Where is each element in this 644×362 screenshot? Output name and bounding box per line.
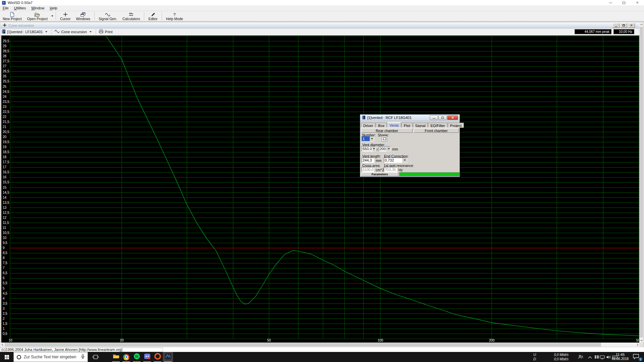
editor-button[interactable]: Editor bbox=[146, 11, 160, 21]
plot-close-button[interactable]: × bbox=[628, 23, 635, 28]
taskbar-app-origin[interactable] bbox=[152, 352, 163, 362]
signal-gen-button[interactable]: Signal Gen. bbox=[96, 11, 120, 21]
svg-text:15: 15 bbox=[3, 186, 7, 189]
chevron-down-icon[interactable] bbox=[402, 158, 407, 163]
task-view-button[interactable] bbox=[90, 352, 101, 362]
clock-date: 01.06.2018 bbox=[610, 357, 630, 361]
print-button[interactable]: Print bbox=[97, 29, 114, 35]
plot-toolbar: [1]vented : LF18G401 Cone excursion Prin… bbox=[0, 28, 640, 36]
app-restore-button[interactable] bbox=[617, 0, 631, 5]
svg-text:7: 7 bbox=[3, 266, 5, 270]
toolbar-separator bbox=[162, 12, 162, 20]
chevron-down-icon[interactable] bbox=[88, 29, 93, 35]
app-minimize-button[interactable] bbox=[604, 0, 617, 5]
print-label: Print bbox=[105, 30, 113, 34]
open-project-dropdown[interactable] bbox=[50, 11, 54, 21]
taskbar-search-input[interactable]: Zur Suche Text hier eingeben bbox=[13, 352, 88, 362]
vent-diameter-combo-2[interactable]: 200 bbox=[379, 146, 391, 152]
taskbar-app-chrome[interactable] bbox=[121, 352, 131, 362]
svg-text:18: 18 bbox=[3, 155, 7, 159]
dropbox-icon[interactable] bbox=[594, 355, 599, 361]
windows-button[interactable]: Windows bbox=[73, 11, 93, 21]
plot-canvas[interactable]: 0,511,522,533,544,555,566,577,588,599,51… bbox=[1, 36, 640, 343]
svg-text:20: 20 bbox=[3, 135, 7, 139]
new-project-button[interactable]: New Project bbox=[0, 11, 24, 21]
svg-text:3,5: 3,5 bbox=[3, 302, 7, 305]
scroll-left-button[interactable] bbox=[0, 343, 5, 347]
dialog-tab-eq-filter[interactable]: EQ/Filter bbox=[428, 123, 447, 128]
vscroll-thumb[interactable] bbox=[640, 27, 643, 338]
taskbar-app-discord[interactable] bbox=[142, 352, 152, 362]
svg-text:21: 21 bbox=[3, 125, 7, 129]
vertical-scrollbar[interactable] bbox=[639, 22, 643, 343]
scroll-down-button[interactable] bbox=[639, 338, 643, 343]
svg-text:8,5: 8,5 bbox=[3, 251, 7, 255]
help-mode-button[interactable]: ?Help Mode bbox=[163, 11, 186, 21]
taskbar-app-spotify[interactable] bbox=[131, 352, 142, 362]
taskbar-app-winisd[interactable] bbox=[163, 352, 173, 362]
chevron-down-icon[interactable] bbox=[370, 136, 374, 141]
dialog-close-button[interactable]: ✕ bbox=[447, 115, 458, 120]
vent-number-combo[interactable]: 1 bbox=[362, 136, 374, 141]
taskbar: Zur Suche Text hier eingeben U:0,0 Mbit/… bbox=[0, 352, 644, 362]
project-selector-value: [1]vented : LF18G401 bbox=[7, 30, 43, 34]
dialog-titlebar[interactable]: [1]vented : RCF LF18G401 ✕ bbox=[360, 115, 460, 121]
parameters-button[interactable]: Parameters bbox=[361, 172, 398, 176]
svg-text:8: 8 bbox=[3, 256, 5, 260]
clock-time: 11:45 bbox=[610, 353, 630, 357]
rear-chamber-button[interactable]: Rear chamber bbox=[361, 128, 413, 133]
cursor-button[interactable]: Cursor bbox=[57, 11, 73, 21]
svg-text:9: 9 bbox=[3, 246, 5, 250]
hscroll-thumb[interactable] bbox=[5, 343, 601, 347]
dialog-tab-project[interactable]: Project bbox=[448, 123, 464, 128]
svg-text:16: 16 bbox=[3, 175, 7, 179]
front-chamber-button[interactable]: Front chamber bbox=[414, 128, 459, 133]
peak-value-readout: 44,067 mm peak bbox=[575, 29, 611, 34]
menu-file[interactable]: File bbox=[0, 5, 11, 11]
plot-minimize-button[interactable] bbox=[612, 23, 620, 28]
dialog-minimize-button[interactable] bbox=[430, 115, 438, 120]
vent-number-value: 1 bbox=[362, 136, 370, 141]
scroll-up-button[interactable] bbox=[639, 22, 643, 27]
dialog-tab-plot[interactable]: Plot bbox=[401, 123, 413, 128]
chevron-down-icon[interactable] bbox=[386, 146, 390, 151]
svg-text:28: 28 bbox=[3, 54, 7, 58]
horizontal-scrollbar[interactable] bbox=[0, 343, 640, 347]
menu-help[interactable]: Help bbox=[47, 5, 60, 11]
menubar: FileUtilitiesWindowHelp bbox=[0, 5, 644, 11]
plot-restore-button[interactable] bbox=[620, 23, 627, 28]
svg-text:?: ? bbox=[173, 12, 176, 17]
app-close-button[interactable]: × bbox=[631, 0, 644, 5]
dialog-tab-vents[interactable]: Vents bbox=[387, 122, 401, 128]
project-selector[interactable]: [1]vented : LF18G401 bbox=[0, 29, 50, 35]
windows-icon bbox=[80, 12, 86, 17]
chevron-down-icon[interactable] bbox=[44, 29, 49, 35]
taskbar-app-file-explorer[interactable] bbox=[111, 352, 121, 362]
menu-utilities[interactable]: Utilities bbox=[11, 5, 29, 11]
microphone-icon[interactable] bbox=[81, 354, 85, 360]
vent-diameter-combo-1[interactable]: 550,0 bbox=[362, 146, 376, 152]
end-correction-combo[interactable]: 0,732 bbox=[384, 158, 407, 163]
dialog-restore-button[interactable] bbox=[438, 115, 447, 120]
dialog-title: [1]vented : RCF LF18G401 bbox=[367, 116, 412, 120]
start-button[interactable] bbox=[0, 352, 13, 362]
calculators-button[interactable]: Calculators bbox=[120, 11, 143, 21]
chevron-down-icon[interactable] bbox=[373, 146, 375, 151]
dialog-tab-box[interactable]: Box bbox=[376, 123, 387, 128]
svg-text:25,5: 25,5 bbox=[3, 79, 9, 83]
dialog-tab-driver[interactable]: Driver bbox=[361, 123, 375, 128]
vent-shape-button[interactable] bbox=[382, 136, 387, 141]
open-project-button[interactable]: Open Project bbox=[24, 11, 50, 21]
network-icon[interactable] bbox=[600, 355, 605, 361]
svg-text:13,5: 13,5 bbox=[3, 201, 9, 204]
dialog-tab-signal[interactable]: Signal bbox=[413, 123, 428, 128]
people-icon[interactable] bbox=[578, 355, 583, 361]
notification-button[interactable]: 2 bbox=[633, 354, 641, 360]
svg-text:6: 6 bbox=[3, 276, 5, 280]
menu-window[interactable]: Window bbox=[29, 5, 47, 11]
vent-length-input[interactable]: 244,3 bbox=[362, 158, 374, 163]
taskbar-clock[interactable]: 11:45 01.06.2018 bbox=[610, 353, 630, 361]
svg-text:19: 19 bbox=[3, 145, 7, 149]
chevron-up-icon[interactable] bbox=[588, 355, 592, 361]
graph-type-selector[interactable]: Cone excursion bbox=[53, 29, 94, 35]
